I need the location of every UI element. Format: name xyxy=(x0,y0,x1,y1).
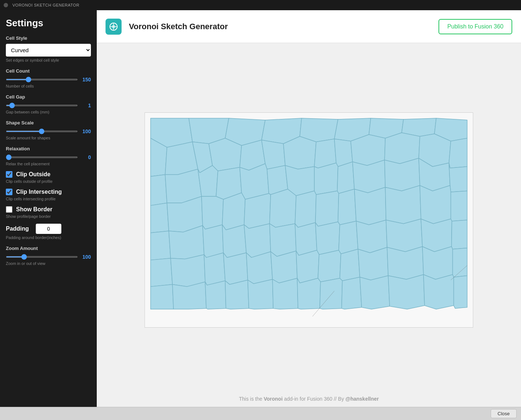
footer: This is the Voronoi add-in for Fusion 36… xyxy=(97,391,521,407)
clip-outside-checkbox[interactable] xyxy=(6,171,12,178)
show-border-label: Show Border xyxy=(16,206,53,213)
cell-gap-label: Cell Gap xyxy=(6,94,91,100)
shape-scale-slider[interactable] xyxy=(6,131,78,132)
clip-intersecting-hint: Clip cells intersecting profile xyxy=(6,197,91,201)
publish-button[interactable]: Publish to Fusion 360 xyxy=(438,19,512,34)
app-icon xyxy=(106,19,122,35)
cell-style-select[interactable]: Curved Straight Relaxed xyxy=(6,44,91,57)
clip-outside-label: Clip Outside xyxy=(16,171,50,178)
cell-gap-slider[interactable] xyxy=(6,105,78,106)
shape-scale-value: 100 xyxy=(81,128,91,134)
show-border-hint: Show profile/page border xyxy=(6,214,91,219)
cell-gap-hint: Gap between cells (mm) xyxy=(6,110,91,114)
canvas-area xyxy=(97,43,521,391)
voronoi-svg xyxy=(145,113,473,327)
cell-count-label: Cell Count xyxy=(6,68,91,74)
clip-outside-row: Clip Outside xyxy=(6,171,91,178)
footer-bold: Voronoi xyxy=(264,396,283,402)
clip-outside-hint: Clip cells outside of profile xyxy=(6,179,91,184)
main-content: Voronoi Sketch Generator Publish to Fusi… xyxy=(97,10,521,407)
title-bar-text: VORONOI SKETCH GENERATOR xyxy=(12,3,79,7)
settings-title: Settings xyxy=(6,18,91,29)
clip-intersecting-label: Clip Intersecting xyxy=(16,189,62,195)
sidebar: Settings Cell Style Curved Straight Rela… xyxy=(0,10,97,407)
relaxation-hint: Relax the cell placement xyxy=(6,162,91,166)
cell-style-label: Cell Style xyxy=(6,35,91,41)
close-button[interactable]: Close xyxy=(491,409,517,418)
shape-scale-hint: Scale amount for shapes xyxy=(6,136,91,140)
app-title: Voronoi Sketch Generator xyxy=(129,22,431,31)
relaxation-value: 0 xyxy=(81,154,91,160)
voronoi-canvas xyxy=(145,112,473,328)
cell-count-hint: Number of cells xyxy=(6,84,91,88)
footer-text2: add-in for Fusion 360 // By xyxy=(283,396,345,402)
zoom-value: 100 xyxy=(81,254,91,260)
app-icon-svg xyxy=(108,22,119,32)
padding-row: Padding xyxy=(6,224,91,234)
relaxation-slider[interactable] xyxy=(6,157,78,158)
title-bar: VORONOI SKETCH GENERATOR xyxy=(0,0,521,10)
padding-input[interactable] xyxy=(36,224,61,234)
relaxation-label: Relaxation xyxy=(6,146,91,151)
shape-scale-label: Shape Scale xyxy=(6,120,91,126)
padding-hint: Padding around border(inches) xyxy=(6,235,91,240)
cell-style-hint: Set edges or symbol cell style xyxy=(6,58,91,62)
clip-intersecting-checkbox[interactable] xyxy=(6,189,12,195)
show-border-checkbox[interactable] xyxy=(6,206,12,213)
show-border-row: Show Border xyxy=(6,206,91,213)
cell-count-slider[interactable] xyxy=(6,79,78,80)
padding-label: Padding xyxy=(6,226,31,232)
footer-author: @hanskellner xyxy=(345,396,379,402)
bottom-bar: Close xyxy=(0,407,521,420)
clip-intersecting-row: Clip Intersecting xyxy=(6,189,91,195)
zoom-hint: Zoom in or out of view xyxy=(6,261,91,266)
title-bar-dot xyxy=(4,3,8,7)
zoom-label: Zoom Amount xyxy=(6,246,91,251)
zoom-slider[interactable] xyxy=(6,256,78,258)
top-bar: Voronoi Sketch Generator Publish to Fusi… xyxy=(97,10,521,43)
cell-gap-value: 1 xyxy=(81,103,91,108)
footer-text1: This is the xyxy=(239,396,264,402)
cell-count-value: 150 xyxy=(81,77,91,82)
